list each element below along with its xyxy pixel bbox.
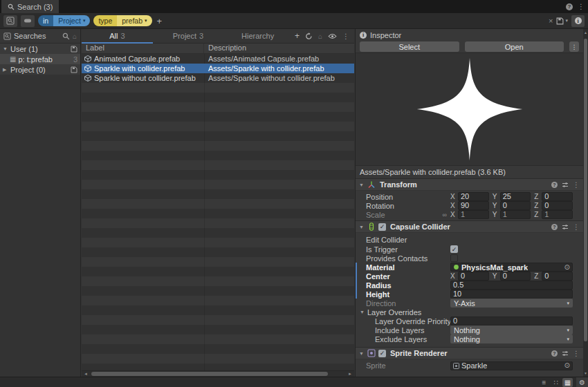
eye-icon[interactable] xyxy=(328,33,337,39)
layer-override-priority-input[interactable]: 0 xyxy=(450,317,573,325)
prefab-icon xyxy=(84,55,91,62)
more-menu-icon[interactable]: ⋮ xyxy=(573,350,580,357)
add-tab-icon[interactable]: + xyxy=(295,31,300,41)
refresh-icon[interactable] xyxy=(305,32,313,40)
help-icon[interactable]: ? xyxy=(551,182,558,188)
sprite-object-field[interactable]: Sparkle ⊙ xyxy=(450,361,573,370)
grid-view-icon[interactable]: ∷ xyxy=(551,378,561,387)
result-row[interactable]: Sparkle without collider.prefab Assets/S… xyxy=(82,73,354,83)
filter-value-dropdown[interactable]: Project ▾ xyxy=(53,15,90,26)
save-icon[interactable] xyxy=(71,66,77,73)
scroll-up-icon[interactable]: ▲ xyxy=(583,30,588,35)
position-y-input[interactable]: 25 xyxy=(500,192,531,201)
settings-gear-icon[interactable]: ⚙ xyxy=(576,377,588,387)
results-column-header: Label Description xyxy=(82,44,354,54)
result-row-selected[interactable]: Sparkle with collider.prefab Assets/Spar… xyxy=(82,64,354,73)
more-menu-icon[interactable]: ⋮ xyxy=(342,32,349,40)
edit-collider-label[interactable]: Edit Collider xyxy=(356,236,450,244)
link-scale-icon[interactable]: ∞ xyxy=(443,211,447,218)
sidebar-group-project[interactable]: ▶ Project (0) xyxy=(0,64,80,75)
foldout-closed-icon[interactable]: ▶ xyxy=(3,67,8,73)
scroll-right-icon[interactable]: ► xyxy=(348,371,352,377)
position-x-input[interactable]: 20 xyxy=(458,192,489,201)
material-object-field[interactable]: PhysicsMat_spark ⊙ xyxy=(450,263,573,272)
tab-project[interactable]: Project3 xyxy=(153,29,224,43)
foldout-open-icon[interactable]: ▼ xyxy=(359,182,365,187)
home-icon[interactable]: ⌂ xyxy=(73,32,77,40)
height-input[interactable]: 10 xyxy=(450,290,573,299)
scroll-down-icon[interactable]: ▼ xyxy=(583,371,588,375)
foldout-open-icon[interactable]: ▼ xyxy=(360,310,365,314)
filter-token-in[interactable]: in Project ▾ xyxy=(38,15,90,26)
presets-icon[interactable] xyxy=(562,182,569,188)
scrollbar-thumb[interactable] xyxy=(584,39,587,341)
foldout-open-icon[interactable]: ▼ xyxy=(3,46,8,51)
scale-z-input[interactable]: 1 xyxy=(542,210,573,219)
clear-search-button[interactable]: × xyxy=(549,17,553,25)
horizontal-scrollbar[interactable]: ◄ ► xyxy=(82,370,354,377)
more-menu-icon[interactable]: ⋮ xyxy=(573,223,580,231)
filter-token-type[interactable]: type prefab ▾ xyxy=(93,15,151,26)
include-layers-dropdown[interactable]: Nothing ▾ xyxy=(450,325,573,334)
object-picker-icon[interactable]: ⊙ xyxy=(564,362,570,369)
presets-icon[interactable] xyxy=(562,350,569,357)
help-icon[interactable]: ? xyxy=(551,350,558,357)
radius-input[interactable]: 0.5 xyxy=(450,281,573,290)
vertical-scrollbar[interactable]: ▲ ▼ xyxy=(583,29,588,377)
add-filter-button[interactable]: + xyxy=(156,16,164,26)
direction-dropdown[interactable]: Y-Axis ▾ xyxy=(450,299,573,308)
transform-icon xyxy=(367,180,376,189)
scrollbar-thumb[interactable] xyxy=(91,372,328,376)
foldout-open-icon[interactable]: ▼ xyxy=(359,351,365,356)
open-button[interactable]: Open xyxy=(465,41,564,52)
rotation-x-input[interactable]: 90 xyxy=(458,201,489,210)
scale-y-input[interactable]: 1 xyxy=(500,210,531,219)
layer-overrides-foldout[interactable]: ▼ Layer Overrides xyxy=(356,308,583,317)
tab-hierarchy[interactable]: Hierarchy xyxy=(223,29,295,43)
table-view-icon[interactable]: ▦ xyxy=(562,378,573,387)
list-view-icon[interactable]: ≡ xyxy=(539,378,549,387)
presets-icon[interactable] xyxy=(562,224,569,230)
save-icon[interactable] xyxy=(71,46,77,53)
result-row[interactable]: Animated Capsule.prefab Assets/Animated … xyxy=(82,54,354,64)
component-enabled-checkbox[interactable]: ✓ xyxy=(378,350,386,357)
direction-row: Direction Y-Axis ▾ xyxy=(356,299,583,308)
center-y-input[interactable]: 0 xyxy=(500,272,531,281)
provides-contacts-checkbox[interactable] xyxy=(450,254,458,262)
more-menu-icon[interactable]: ⋮ xyxy=(573,181,580,189)
filter-value-dropdown[interactable]: prefab ▾ xyxy=(117,15,151,26)
sidebar-item-saved-query[interactable]: ▦ p: t:prefab 3 xyxy=(0,54,80,64)
position-z-input[interactable]: 0 xyxy=(542,192,573,201)
help-icon[interactable]: ? xyxy=(566,3,573,10)
foldout-open-icon[interactable]: ▼ xyxy=(359,225,365,229)
center-x-input[interactable]: 0 xyxy=(458,272,489,281)
scale-x-input[interactable]: 1 xyxy=(458,210,489,219)
tab-all[interactable]: All3 xyxy=(82,29,153,43)
sidebar-group-user[interactable]: ▼ User (1) xyxy=(0,44,80,54)
search-picker-button[interactable] xyxy=(3,15,17,27)
object-picker-icon[interactable]: ⊙ xyxy=(564,264,570,271)
window-menu-icon[interactable]: ⋮ xyxy=(578,3,585,10)
transform-header[interactable]: ▼ Transform ? ⋮ xyxy=(356,178,583,191)
info-button[interactable]: i xyxy=(571,15,585,27)
inspector-more-icon[interactable]: ⋮ xyxy=(569,41,579,52)
rotation-z-input[interactable]: 0 xyxy=(542,201,573,210)
center-z-input[interactable]: 0 xyxy=(542,272,573,281)
capsule-collider-header[interactable]: ▼ ✓ Capsule Collider ? ⋮ xyxy=(356,220,583,233)
column-description[interactable]: Description xyxy=(204,44,354,53)
column-divider[interactable] xyxy=(204,54,205,372)
select-button[interactable]: Select xyxy=(360,41,459,52)
is-trigger-checkbox[interactable]: ✓ xyxy=(450,245,458,253)
search-icon[interactable] xyxy=(62,32,70,40)
component-enabled-checkbox[interactable]: ✓ xyxy=(378,223,386,231)
save-search-button[interactable]: ▾ xyxy=(556,17,568,25)
scroll-left-icon[interactable]: ◄ xyxy=(84,371,88,377)
inline-toggle-button[interactable] xyxy=(21,15,35,27)
exclude-layers-dropdown[interactable]: Nothing ▾ xyxy=(450,334,573,343)
column-label[interactable]: Label xyxy=(82,44,204,53)
home-icon[interactable]: ⌂ xyxy=(318,32,322,40)
help-icon[interactable]: ? xyxy=(551,224,558,230)
window-tab-search[interactable]: Search (3) xyxy=(1,0,59,13)
sprite-renderer-header[interactable]: ▼ ✓ Sprite Renderer ? ⋮ xyxy=(356,347,583,359)
rotation-y-input[interactable]: 0 xyxy=(500,201,531,210)
